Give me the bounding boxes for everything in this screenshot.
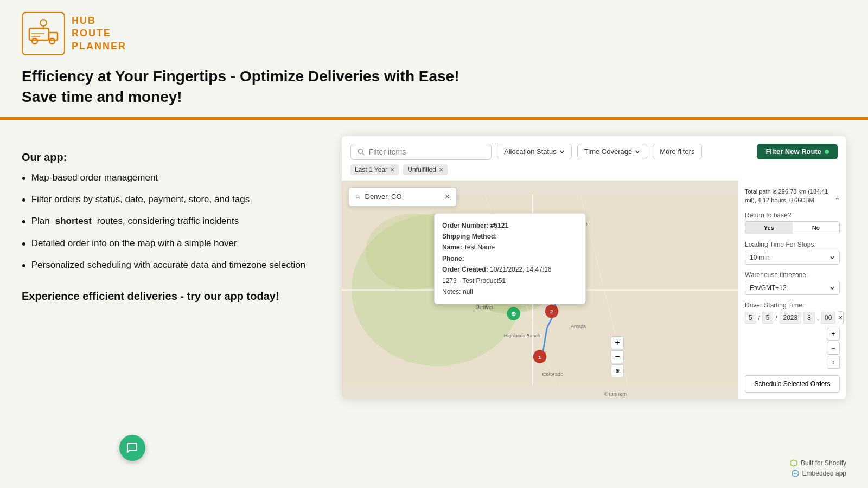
map-search-clear[interactable]: ×: [445, 192, 450, 202]
feature-item-5: Personalized scheduling with accurate da…: [22, 259, 320, 273]
expand-icon[interactable]: ⌃: [835, 196, 840, 205]
time-hour[interactable]: 8: [803, 312, 815, 324]
no-button[interactable]: No: [793, 222, 840, 234]
shopify-icon: [790, 459, 797, 467]
return-to-base-toggle[interactable]: Yes No: [745, 221, 840, 234]
feature-item-1: Map-based order management: [22, 171, 320, 185]
cta-text: Experience efficient deliveries - try ou…: [22, 288, 320, 304]
time-increment-button[interactable]: +: [827, 328, 840, 341]
shopify-badge: Built for Shopify: [790, 459, 846, 467]
feature-item-3: Plan shortest routes, considering traffi…: [22, 215, 320, 229]
driver-start-section: Driver Starting Time: 5 / 5 / 2023 8 : 0…: [745, 301, 840, 369]
tag-last-1-year: Last 1 Year ×: [350, 164, 399, 175]
yes-button[interactable]: Yes: [745, 222, 793, 234]
tag-unfulfilled: Unfulfilled ×: [403, 164, 448, 175]
time-decrement-button[interactable]: −: [827, 342, 840, 355]
time-coverage-button[interactable]: Time Coverage: [577, 144, 647, 159]
date-year[interactable]: 2023: [780, 312, 802, 324]
warehouse-tz-section: Warehouse timezone: Etc/GMT+12: [745, 271, 840, 295]
date-day[interactable]: 5: [762, 312, 774, 324]
copy-time-button[interactable]: ⊡: [846, 311, 847, 324]
svg-point-4: [40, 20, 47, 26]
feature-item-4: Detailed order info on the map with a si…: [22, 237, 320, 251]
bottom-badges: Built for Shopify Embedded app: [790, 459, 846, 477]
svg-text:⊕: ⊕: [511, 310, 516, 317]
chevron-down-icon-2: [635, 149, 640, 155]
feature-list: Map-based order management Filter orders…: [22, 171, 320, 273]
svg-text:Highlands Ranch: Highlands Ranch: [504, 333, 540, 338]
time-center-button[interactable]: ↕: [827, 356, 840, 369]
time-min[interactable]: 00: [821, 312, 835, 324]
map-search-box[interactable]: ×: [348, 187, 457, 207]
svg-point-3: [49, 38, 55, 44]
search-icon: [358, 148, 365, 156]
allocation-status-button[interactable]: Allocation Status: [497, 144, 572, 159]
svg-text:Denver: Denver: [475, 303, 494, 310]
svg-text:Colorado: Colorado: [542, 370, 563, 376]
embedded-badge: Embedded app: [792, 470, 846, 477]
map-container: Cheyenne Denver Rocky Mtn National Park …: [342, 181, 846, 399]
chat-icon: [126, 441, 139, 454]
right-sidebar: Total path is 296.78 km (184.41 mil), 4.…: [738, 181, 846, 399]
embedded-icon: [792, 470, 799, 477]
zoom-in-button[interactable]: +: [611, 336, 624, 349]
svg-point-33: [356, 195, 359, 198]
name-label: Name:: [442, 243, 462, 251]
map-search-icon: [355, 194, 361, 200]
order-info-popup: Order Number: #5121 Shipping Method: Nam…: [434, 213, 586, 305]
search-input[interactable]: [369, 147, 484, 156]
loading-time-dropdown[interactable]: 10-min: [745, 251, 840, 265]
clear-time-button[interactable]: ×: [838, 311, 843, 324]
search-box[interactable]: [350, 144, 492, 160]
zoom-reset-button[interactable]: ⊕: [611, 364, 624, 377]
chat-bubble-button[interactable]: [119, 435, 145, 461]
logo-area: HUB ROUTE PLANNER: [0, 0, 868, 61]
headline: Efficiency at Your Fingertips - Optimize…: [22, 66, 846, 107]
return-to-base-section: Return to base? Yes No: [745, 211, 840, 234]
chevron-down-icon-3: [829, 255, 835, 260]
our-app-label: Our app:: [22, 151, 320, 164]
svg-text:2: 2: [550, 309, 553, 314]
app-screenshot: Allocation Status Time Coverage More fil…: [342, 136, 846, 399]
schedule-selected-orders-button[interactable]: Schedule Selected Orders: [745, 375, 840, 393]
svg-point-2: [32, 38, 37, 44]
feature-item-2: Filter orders by status, date, payment, …: [22, 193, 320, 207]
remove-tag-unfulfilled[interactable]: ×: [439, 166, 443, 174]
status-dot: [825, 150, 829, 154]
logo-box: [22, 12, 65, 55]
tags-row: Last 1 Year × Unfulfilled ×: [342, 164, 846, 181]
app-toolbar: Allocation Status Time Coverage More fil…: [342, 136, 846, 164]
chevron-down-icon: [559, 149, 565, 155]
left-panel: Our app: Map-based order management Filt…: [22, 136, 320, 399]
svg-rect-0: [29, 28, 49, 40]
driver-start-time-row: 5 / 5 / 2023 8 : 00 × ⊡: [745, 311, 840, 324]
svg-text:Arvada: Arvada: [571, 323, 586, 329]
svg-text:1: 1: [538, 354, 541, 360]
chevron-down-icon-4: [829, 285, 835, 291]
svg-line-34: [359, 197, 360, 198]
loading-time-section: Loading Time For Stops: 10-min: [745, 241, 840, 265]
svg-line-9: [362, 153, 364, 155]
logo-icon: [27, 17, 60, 50]
svg-marker-35: [790, 460, 797, 466]
remove-tag-last-1-year[interactable]: ×: [390, 166, 394, 174]
map-area[interactable]: Cheyenne Denver Rocky Mtn National Park …: [342, 181, 738, 399]
zoom-out-button[interactable]: −: [611, 350, 624, 363]
map-search-input[interactable]: [365, 192, 441, 201]
path-info: Total path is 296.78 km (184.41 mil), 4.…: [745, 187, 840, 205]
tomtom-credit: ©TomTom: [604, 391, 627, 397]
more-filters-button[interactable]: More filters: [653, 144, 701, 159]
filter-new-route-button[interactable]: Filter New Route: [757, 144, 838, 159]
date-month[interactable]: 5: [745, 312, 756, 324]
logo-text: HUB ROUTE PLANNER: [72, 15, 126, 53]
warehouse-tz-dropdown[interactable]: Etc/GMT+12: [745, 281, 840, 295]
order-created-label: Order Created:: [442, 266, 488, 273]
